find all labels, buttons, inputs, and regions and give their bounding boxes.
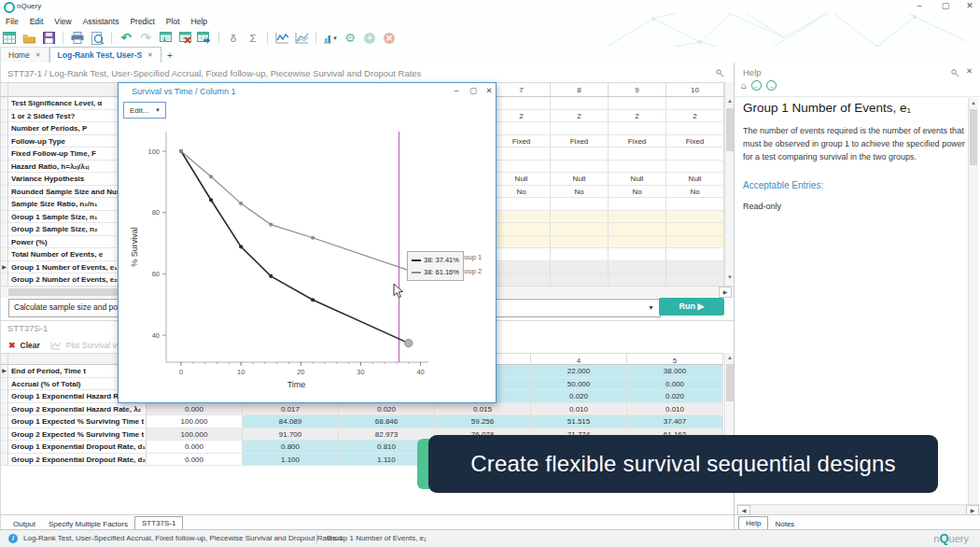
table-cell[interactable]: 50.000 <box>531 378 627 391</box>
table-cell[interactable] <box>666 147 724 161</box>
table-cell[interactable] <box>493 223 551 236</box>
table-cell[interactable]: No <box>551 186 609 199</box>
table-cell[interactable] <box>609 223 666 236</box>
maximize-icon[interactable]: ▢ <box>939 1 952 10</box>
table-cell[interactable] <box>493 261 551 274</box>
table-cell[interactable]: 1.100 <box>243 454 339 467</box>
table-cell[interactable]: 0.020 <box>339 403 435 416</box>
table-cell[interactable] <box>551 223 609 236</box>
undo-icon[interactable]: ↶ <box>119 31 133 45</box>
table-cell[interactable] <box>551 248 609 261</box>
table-cell[interactable]: 0.010 <box>627 403 723 416</box>
row-label[interactable]: Group 2 Exponential Dropout Rate, d₂ <box>8 454 147 467</box>
settings-gear-icon[interactable]: ⚙ <box>343 31 357 45</box>
table-cell[interactable]: 0.015 <box>435 403 531 416</box>
table-cell[interactable] <box>666 261 724 274</box>
new-tab-button[interactable]: + <box>167 50 173 63</box>
table-cell[interactable] <box>609 161 666 174</box>
column-header[interactable]: 4 <box>531 353 627 365</box>
table-cell[interactable] <box>609 147 666 161</box>
redo-icon[interactable]: ↷ <box>138 31 153 45</box>
table-cell[interactable] <box>551 211 609 224</box>
delete-table-icon[interactable] <box>177 31 192 45</box>
table-cell[interactable]: 68.846 <box>339 415 435 428</box>
table-cell[interactable]: 22.000 <box>531 365 627 378</box>
menu-item-help[interactable]: Help <box>191 17 207 26</box>
home-icon[interactable]: ⌂ <box>741 80 747 91</box>
clear-icon[interactable]: ✖ <box>8 341 16 350</box>
table-cell[interactable]: No <box>666 186 724 199</box>
forward-icon[interactable]: → <box>766 80 777 91</box>
column-header[interactable]: 5 <box>627 353 723 365</box>
menu-item-view[interactable]: View <box>54 17 71 26</box>
menu-item-file[interactable]: File <box>6 17 19 26</box>
table-cell[interactable] <box>609 274 666 287</box>
table-cell[interactable] <box>609 248 666 261</box>
area-plot-icon[interactable] <box>294 31 309 45</box>
run-button[interactable]: Run ▶ <box>659 298 724 316</box>
table-cell[interactable]: 100.000 <box>147 428 243 442</box>
table-cell[interactable] <box>666 274 724 287</box>
table-cell[interactable] <box>493 97 551 110</box>
table-cell[interactable]: Null <box>493 173 551 186</box>
table-cell[interactable]: 0.800 <box>243 441 339 454</box>
sigma-icon[interactable]: Σ <box>245 31 260 45</box>
tab-log-rank-test-user-s[interactable]: Log-Rank Test, User-S✕ <box>49 47 161 63</box>
column-header[interactable]: 10 <box>666 82 724 97</box>
maximize-icon[interactable]: ▢ <box>467 86 480 95</box>
column-header[interactable]: 9 <box>609 82 666 97</box>
table-cell[interactable]: 0.000 <box>147 403 243 416</box>
tab-stt37s-1[interactable]: STT37S-1 <box>134 516 183 530</box>
table-cell[interactable]: 59.256 <box>435 415 531 428</box>
table-cell[interactable]: 0.010 <box>531 403 627 416</box>
table-cell[interactable] <box>609 198 666 211</box>
bar-chart-icon[interactable]: ▼ <box>323 31 338 45</box>
table-cell[interactable]: Fixed <box>551 135 609 148</box>
table-cell[interactable] <box>666 198 724 211</box>
table-cell[interactable] <box>609 211 666 224</box>
table-cell[interactable]: 0.017 <box>243 403 339 416</box>
table-cell[interactable]: 91.700 <box>243 428 339 442</box>
menu-item-edit[interactable]: Edit <box>30 17 44 26</box>
add-icon[interactable]: + <box>362 31 377 45</box>
minimize-icon[interactable]: – <box>450 86 463 95</box>
table-cell[interactable] <box>551 236 609 249</box>
print-preview-icon[interactable] <box>90 31 105 45</box>
table-cell[interactable]: Null <box>666 173 724 186</box>
table-cell[interactable]: Null <box>551 173 609 186</box>
table-cell[interactable]: Fixed <box>609 135 666 148</box>
table-cell[interactable]: 2 <box>666 110 724 123</box>
delta-icon[interactable]: δ <box>226 31 241 45</box>
print-icon[interactable] <box>70 31 85 45</box>
column-header[interactable]: 8 <box>551 82 609 97</box>
table-cell[interactable] <box>493 236 551 249</box>
close-circle-icon[interactable]: ✕ <box>382 31 397 45</box>
table-cell[interactable] <box>609 97 666 110</box>
table-cell[interactable] <box>493 122 551 135</box>
table-cell[interactable]: No <box>493 186 551 199</box>
table-cell[interactable]: Fixed <box>666 135 724 148</box>
save-icon[interactable] <box>41 31 56 45</box>
table-cell[interactable] <box>666 248 724 261</box>
table-cell[interactable]: 2 <box>551 110 609 123</box>
table-cell[interactable]: 0.000 <box>627 378 723 391</box>
table-cell[interactable] <box>666 161 724 174</box>
line-plot-icon[interactable] <box>274 31 289 45</box>
row-label[interactable]: Group 1 Exponential Dropout Rate, d₁ <box>8 441 147 454</box>
close-icon[interactable]: ✕ <box>35 51 41 59</box>
minimize-icon[interactable]: – <box>913 1 926 10</box>
menu-item-plot[interactable]: Plot <box>166 17 180 26</box>
export-table-icon[interactable] <box>197 31 212 45</box>
table-cell[interactable]: 0.000 <box>147 454 243 467</box>
table-cell[interactable]: 0.020 <box>531 390 627 403</box>
row-label[interactable]: Group 2 Expected % Surviving Time t <box>8 428 147 442</box>
table-cell[interactable] <box>666 236 724 249</box>
table-cell[interactable] <box>609 261 666 274</box>
table-cell[interactable] <box>551 261 609 274</box>
table-cell[interactable] <box>493 198 551 211</box>
pin-icon[interactable] <box>951 69 959 77</box>
close-icon[interactable]: ✕ <box>483 86 496 95</box>
menu-item-assistants[interactable]: Assistants <box>83 17 119 26</box>
open-folder-icon[interactable] <box>21 31 36 45</box>
table-cell[interactable] <box>551 161 609 174</box>
